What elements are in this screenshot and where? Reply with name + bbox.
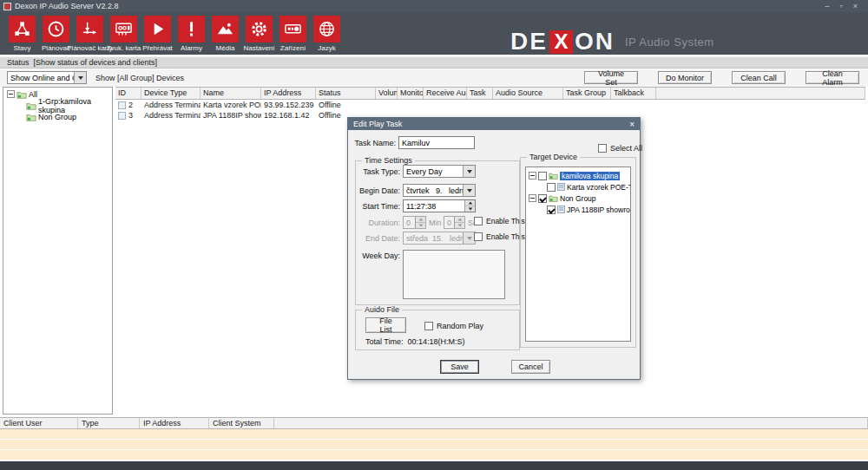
do-monitor-button[interactable]: Do Monitor — [658, 71, 712, 84]
column-header[interactable]: Monitor — [398, 88, 424, 99]
target-tree-item-jpa-showroom[interactable]: JPA 1188IP showroom — [526, 204, 630, 215]
device-row[interactable]: 2 Address Terminal Karta vzorek POE-T2 9… — [115, 100, 865, 110]
cell-id: 3 — [128, 111, 133, 120]
toolbar-label: Jazyk — [318, 44, 335, 52]
toolbar-item-alarmy[interactable]: Alarmy — [174, 12, 208, 52]
checkbox-icon[interactable] — [538, 172, 547, 180]
online-filter-select[interactable]: Show Online and Offline — [7, 71, 87, 84]
device-icon — [557, 206, 565, 213]
column-header[interactable]: IP Address — [140, 418, 209, 428]
cancel-button[interactable]: Cancel — [511, 360, 550, 374]
select-all-checkbox[interactable]: Select All — [598, 144, 642, 153]
alarm-icon — [178, 16, 205, 42]
column-header[interactable]: Client System — [209, 418, 274, 428]
column-header[interactable]: Client User — [0, 418, 78, 428]
clean-call-button[interactable]: Clean Call — [732, 71, 786, 84]
online-filter-value: Show Online and Offline — [8, 74, 74, 82]
week-day-listbox[interactable] — [403, 250, 505, 299]
tree-expander-icon[interactable] — [529, 194, 536, 202]
tree-expander-icon[interactable] — [7, 90, 15, 98]
column-header[interactable]: Volume — [376, 88, 398, 99]
random-play-checkbox[interactable]: Random Play — [424, 322, 483, 330]
toolbar-item-planovac-karty[interactable]: Plánovač karty — [73, 12, 107, 52]
start-time-spinner[interactable]: 11:27:38 — [403, 199, 476, 212]
week-day-label: Week Day: — [348, 251, 400, 260]
clean-alarm-button[interactable]: Clean Alarm — [806, 71, 859, 84]
dialog-titlebar[interactable]: Edit Play Task × — [348, 118, 640, 130]
column-header[interactable]: IP Address — [261, 88, 316, 99]
tree-expander-icon[interactable] — [529, 172, 536, 180]
app-icon — [3, 3, 11, 10]
volume-set-button[interactable]: Volume Set — [584, 71, 638, 84]
column-header[interactable]: ID — [115, 88, 141, 99]
dropdown-arrow-icon[interactable] — [74, 72, 86, 83]
dropdown-arrow-icon[interactable] — [463, 185, 475, 196]
target-tree-item-kamilova-skupina[interactable]: kamilova skupina — [526, 170, 630, 181]
select-all-label: Select All — [610, 144, 642, 153]
toolbar-item-media[interactable]: Média — [208, 12, 242, 52]
dialog-close-icon[interactable]: × — [629, 120, 635, 129]
task-type-select[interactable]: Every Day — [403, 165, 476, 178]
column-header[interactable]: Device Type — [141, 88, 201, 99]
device-table-header[interactable]: ID Device Type Name IP Address Status Vo… — [115, 88, 865, 100]
toolbar-item-prehravat[interactable]: Přehrávat — [141, 12, 174, 52]
spin-down-icon — [455, 222, 464, 228]
checkbox-icon[interactable] — [598, 144, 607, 153]
duration-enable-checkbox[interactable]: Enable This — [474, 217, 525, 225]
duration-min-spinner: 0 — [403, 216, 426, 229]
logo-de: DE — [510, 29, 548, 54]
column-header[interactable]: Audio Source — [493, 88, 563, 99]
maximize-button[interactable]: ▫ — [840, 2, 843, 10]
cell-status: Offline — [316, 100, 376, 110]
checkbox-icon[interactable] — [474, 232, 483, 241]
checkbox-checked-icon[interactable] — [538, 194, 547, 203]
toolbar-item-jazyk[interactable]: Jazyk — [310, 12, 344, 52]
column-header[interactable]: Task — [467, 88, 493, 99]
task-name-input[interactable]: Kamiluv — [398, 136, 475, 149]
column-header[interactable]: Type — [78, 418, 140, 428]
begin-date-picker[interactable]: čtvrtek 9. ledna 20 — [403, 184, 476, 197]
checkbox-icon[interactable] — [424, 322, 433, 330]
toolbar-label: Nastavení — [243, 44, 274, 52]
terminal-icon — [118, 101, 126, 109]
card-scheduler-icon — [76, 16, 103, 42]
toolbar-item-zarizeni[interactable]: Zařízení — [276, 12, 310, 52]
target-tree-item-karta-vzorek[interactable]: Karta vzorek POE-T2 — [526, 181, 630, 193]
column-header-filler — [274, 418, 868, 428]
checkbox-checked-icon[interactable] — [547, 206, 556, 214]
group-folder-icon — [26, 101, 36, 110]
bottom-strip — [0, 461, 868, 470]
minimize-button[interactable]: – — [825, 2, 830, 10]
target-device-legend: Target Device — [527, 153, 580, 161]
duration-min-unit: Min — [429, 219, 442, 227]
target-device-tree[interactable]: kamilova skupina Karta vzorek POE-T2 Non… — [525, 166, 631, 342]
column-header[interactable]: Name — [201, 88, 261, 99]
checkbox-icon[interactable] — [547, 183, 556, 192]
save-button[interactable]: Save — [440, 360, 479, 374]
end-date-value: středa 15. ledna 20 — [404, 234, 463, 243]
target-tree-item-non-group[interactable]: Non Group — [526, 193, 630, 204]
column-header[interactable]: Receive Audio — [424, 88, 467, 99]
dropdown-arrow-icon[interactable] — [463, 166, 475, 177]
toolbar-label: Zařízení — [280, 44, 306, 52]
column-header[interactable]: Talkback — [611, 88, 656, 99]
tree-item-kamilova-skupina[interactable]: 1-Grp:kamilova skupina — [3, 101, 112, 110]
start-time-label: Start Time: — [348, 202, 400, 211]
toolbar-item-zvuk-karta[interactable]: Zvuk. karta — [107, 12, 141, 52]
end-date-enable-checkbox[interactable]: Enable This — [474, 232, 525, 241]
client-table-header[interactable]: Client User Type IP Address Client Syste… — [0, 417, 868, 429]
close-button[interactable]: × — [853, 2, 858, 10]
spin-down-icon[interactable] — [465, 206, 475, 212]
toolbar-item-stavy[interactable]: Stavy — [5, 12, 39, 52]
task-name-value: Kamiluv — [402, 139, 430, 147]
begin-date-value: čtvrtek 9. ledna 20 — [404, 186, 463, 195]
tree-item-label: 1-Grp:kamilova skupina — [38, 97, 112, 114]
dexon-logo: DE X ON IP Audio System — [510, 29, 714, 54]
column-header[interactable]: Status — [316, 88, 376, 99]
checkbox-icon[interactable] — [474, 217, 483, 225]
column-header[interactable]: Task Group — [563, 88, 611, 99]
task-name-label: Task Name: — [348, 139, 396, 147]
file-list-button[interactable]: File List — [365, 317, 406, 333]
toolbar-item-nastaveni[interactable]: Nastavení — [242, 12, 276, 52]
start-time-value: 11:27:38 — [404, 200, 464, 212]
